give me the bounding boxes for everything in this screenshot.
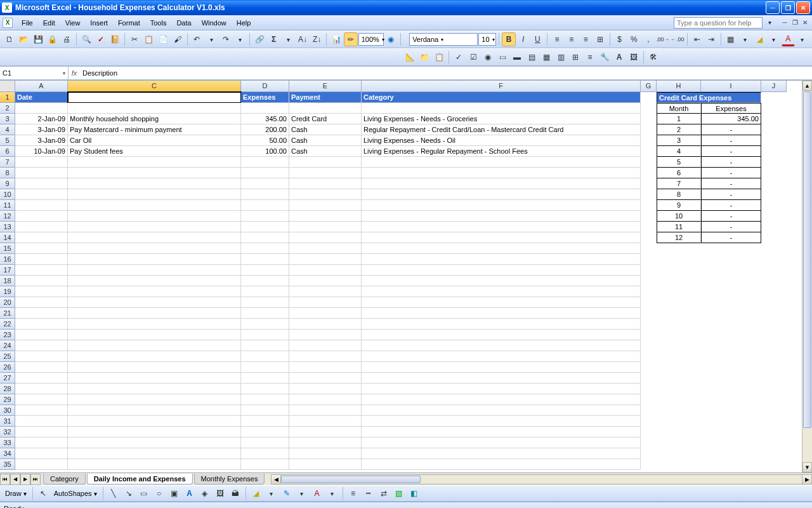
row-header-3[interactable]: 3 [0, 114, 15, 124]
close-button[interactable]: ✕ [796, 1, 810, 14]
cell-E29[interactable] [289, 394, 362, 405]
cell-G19[interactable] [641, 286, 657, 297]
row-header-34[interactable]: 34 [0, 448, 15, 459]
cell-I13[interactable]: - [701, 222, 761, 232]
fx-icon[interactable]: fx [69, 69, 80, 77]
cell-J23[interactable] [761, 330, 787, 340]
cell-H2[interactable]: Month [657, 103, 701, 114]
cell-I11[interactable]: - [701, 200, 761, 211]
cell-F21[interactable] [362, 308, 641, 319]
cell-I14[interactable]: - [701, 232, 761, 243]
align-center-icon[interactable]: ≡ [565, 32, 579, 46]
cell-E24[interactable] [289, 340, 362, 351]
tb2-icon-2[interactable]: 📁 [417, 50, 431, 64]
dash-style-icon[interactable]: ┅ [362, 486, 376, 500]
cell-H33[interactable] [657, 438, 701, 448]
cell-A32[interactable] [15, 427, 68, 438]
col-header-E[interactable]: E [289, 81, 362, 92]
cell-F12[interactable] [362, 211, 641, 222]
tb2-icon-6[interactable]: ◉ [481, 50, 495, 64]
cell-J9[interactable] [761, 178, 787, 189]
cell-J4[interactable] [761, 124, 787, 135]
cell-I17[interactable] [701, 265, 761, 276]
cell-G7[interactable] [641, 157, 657, 168]
cell-F5[interactable]: Living Expenses - Needs - Oil [362, 135, 641, 146]
font-color-draw-icon[interactable]: A [310, 486, 324, 500]
cell-A1[interactable]: Date [15, 92, 68, 103]
row-header-33[interactable]: 33 [0, 438, 15, 448]
cell-E14[interactable] [289, 232, 362, 243]
cell-I3[interactable]: 345.00 [701, 114, 761, 124]
scroll-up-icon[interactable]: ▲ [802, 81, 812, 91]
tb2-icon-5[interactable]: ☑ [466, 50, 480, 64]
cell-A8[interactable] [15, 168, 68, 178]
row-header-35[interactable]: 35 [0, 459, 15, 470]
tb2-icon-13[interactable]: ≡ [583, 50, 597, 64]
redo-icon[interactable]: ↷ [219, 32, 233, 46]
cell-J8[interactable] [761, 168, 787, 178]
cell-A30[interactable] [15, 405, 68, 416]
tb2-icon-11[interactable]: ▥ [554, 50, 568, 64]
row-header-20[interactable]: 20 [0, 297, 15, 308]
cell-F34[interactable] [362, 448, 641, 459]
cell-H26[interactable] [657, 362, 701, 373]
save-icon[interactable]: 💾 [31, 32, 45, 46]
cell-D6[interactable]: 100.00 [241, 146, 289, 157]
scroll-right-icon[interactable]: ▶ [802, 474, 812, 485]
col-header-H[interactable]: H [657, 81, 701, 92]
autosum-dropdown-icon[interactable]: ▾ [281, 32, 295, 46]
cell-C4[interactable]: Pay Mastercard - minimum payment [68, 124, 241, 135]
cell-D8[interactable] [241, 168, 289, 178]
font-size-dropdown[interactable]: 10▾ [478, 33, 496, 46]
col-header-I[interactable]: I [701, 81, 761, 92]
cell-H21[interactable] [657, 308, 701, 319]
row-header-21[interactable]: 21 [0, 308, 15, 319]
spellcheck-icon[interactable]: ✓ [94, 32, 108, 46]
cell-H9[interactable]: 7 [657, 178, 701, 189]
cell-J24[interactable] [761, 340, 787, 351]
cell-F28[interactable] [362, 384, 641, 394]
cell-I9[interactable]: - [701, 178, 761, 189]
cell-F22[interactable] [362, 319, 641, 330]
hyperlink-icon[interactable]: 🔗 [252, 32, 266, 46]
row-header-5[interactable]: 5 [0, 135, 15, 146]
cell-D20[interactable] [241, 297, 289, 308]
arrow-icon[interactable]: ↘ [122, 486, 136, 500]
cell-A33[interactable] [15, 438, 68, 448]
cell-A3[interactable]: 2-Jan-09 [15, 114, 68, 124]
cell-J15[interactable] [761, 243, 787, 254]
cell-H28[interactable] [657, 384, 701, 394]
cell-E28[interactable] [289, 384, 362, 394]
cell-F32[interactable] [362, 427, 641, 438]
cell-I15[interactable] [701, 243, 761, 254]
cell-G35[interactable] [641, 459, 657, 470]
decrease-decimal-icon[interactable]: ←.00 [671, 32, 684, 46]
font-color-draw-dropdown-icon[interactable]: ▾ [325, 486, 339, 500]
cell-E26[interactable] [289, 362, 362, 373]
col-header-J[interactable]: J [761, 81, 787, 92]
cell-C14[interactable] [68, 232, 241, 243]
cell-C5[interactable]: Car Oil [68, 135, 241, 146]
cell-D4[interactable]: 200.00 [241, 124, 289, 135]
cell-J3[interactable] [761, 114, 787, 124]
cell-G11[interactable] [641, 200, 657, 211]
cell-H34[interactable] [657, 448, 701, 459]
row-header-7[interactable]: 7 [0, 157, 15, 168]
cell-J5[interactable] [761, 135, 787, 146]
cell-D2[interactable] [241, 103, 289, 114]
font-color-icon[interactable]: A [782, 32, 796, 46]
cell-D33[interactable] [241, 438, 289, 448]
row-header-29[interactable]: 29 [0, 394, 15, 405]
vscroll-thumb[interactable] [803, 91, 811, 428]
cell-G8[interactable] [641, 168, 657, 178]
cell-A5[interactable]: 3-Jan-09 [15, 135, 68, 146]
cell-H25[interactable] [657, 351, 701, 362]
cell-A31[interactable] [15, 416, 68, 427]
cell-C17[interactable] [68, 265, 241, 276]
autosum-icon[interactable]: Σ [267, 32, 281, 46]
cell-A19[interactable] [15, 286, 68, 297]
chart-wizard-icon[interactable]: 📊 [329, 32, 343, 46]
cell-I32[interactable] [701, 427, 761, 438]
cell-H35[interactable] [657, 459, 701, 470]
cell-J22[interactable] [761, 319, 787, 330]
